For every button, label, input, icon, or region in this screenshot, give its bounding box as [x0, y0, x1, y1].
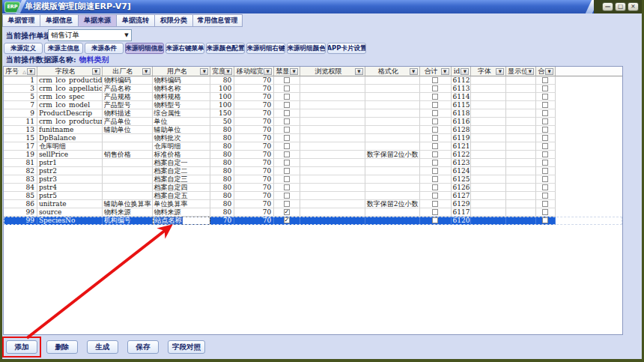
- cell-seq[interactable]: 83: [4, 175, 37, 184]
- checkbox-unchecked[interactable]: [284, 110, 290, 116]
- cell-factory[interactable]: [103, 142, 153, 151]
- cell-perm[interactable]: [300, 151, 365, 159]
- filter-icon[interactable]: ▼: [355, 68, 363, 75]
- checkbox-unchecked[interactable]: [284, 151, 290, 157]
- cell-mwidth[interactable]: 70: [234, 101, 274, 109]
- checkbox-unchecked[interactable]: [432, 94, 438, 100]
- cell-user[interactable]: 物料批次: [153, 134, 211, 142]
- cell-field[interactable]: crm_lco_productid: [37, 76, 103, 85]
- filter-icon[interactable]: ▼: [142, 68, 151, 75]
- checkbox-unchecked[interactable]: [284, 127, 290, 133]
- checkbox-unchecked[interactable]: [284, 85, 290, 91]
- checkbox-unchecked[interactable]: [432, 85, 438, 91]
- cell-hide[interactable]: [274, 85, 300, 93]
- cell-mwidth[interactable]: 70: [234, 109, 274, 118]
- cell-factory[interactable]: [103, 159, 153, 167]
- cell-user[interactable]: 单位换算率: [153, 200, 211, 208]
- cell-merge[interactable]: [536, 93, 556, 101]
- cell-factory[interactable]: 产品规格: [103, 93, 153, 101]
- cell-width[interactable]: 80: [210, 184, 234, 192]
- cell-perm[interactable]: [300, 109, 365, 118]
- cell-mwidth[interactable]: 70: [234, 76, 274, 85]
- cell-pos[interactable]: [506, 126, 536, 134]
- column-header-hide[interactable]: 禁显▼: [274, 67, 300, 76]
- cell-user[interactable]: 档案自定三: [153, 175, 211, 184]
- cell-merge[interactable]: [536, 159, 556, 167]
- cell-sum[interactable]: [420, 85, 452, 93]
- cell-hide[interactable]: [274, 184, 300, 192]
- btn-source-main-info[interactable]: 来源主信息: [44, 43, 83, 54]
- cell-width[interactable]: 80: [210, 134, 234, 142]
- cell-format[interactable]: [365, 192, 420, 200]
- cell-mwidth[interactable]: 70: [234, 134, 274, 142]
- column-header-width[interactable]: 宽度▼: [210, 67, 234, 76]
- checkbox-unchecked[interactable]: [542, 217, 548, 223]
- table-row[interactable]: 17仓库明细仓库明细80706121: [4, 142, 622, 151]
- cell-hide[interactable]: [274, 192, 300, 200]
- cell-factory[interactable]: 产品名称: [103, 85, 153, 93]
- cell-field[interactable]: pstr5: [37, 192, 103, 200]
- cell-factory[interactable]: 辅助单位换算率: [103, 200, 153, 208]
- cell-pos[interactable]: [506, 217, 536, 225]
- checkbox-unchecked[interactable]: [542, 94, 548, 100]
- cell-pos[interactable]: [506, 118, 536, 126]
- cell-font[interactable]: [471, 208, 506, 217]
- cell-field[interactable]: crm_lco_spec: [37, 93, 103, 101]
- cell-hide[interactable]: [274, 126, 300, 134]
- cell-width[interactable]: 50: [210, 118, 234, 126]
- cell-pos[interactable]: [506, 184, 536, 192]
- cell-font[interactable]: [471, 93, 506, 101]
- btn-app-card-settings[interactable]: APP卡片设置: [327, 43, 366, 54]
- checkbox-unchecked[interactable]: [432, 118, 438, 124]
- table-row[interactable]: 3crm_lco_appellation产品名称物料名称100706113: [4, 85, 622, 93]
- cell-sum[interactable]: [420, 101, 452, 109]
- btn-source-detail-info[interactable]: 来源明细信息: [125, 43, 164, 54]
- cell-user[interactable]: 物料型号: [153, 101, 211, 109]
- checkbox-unchecked[interactable]: [284, 176, 290, 182]
- checkbox-unchecked[interactable]: [542, 85, 548, 91]
- cell-sum[interactable]: [420, 126, 452, 134]
- checkbox-unchecked[interactable]: [432, 151, 438, 157]
- cell-width[interactable]: 80: [210, 167, 234, 175]
- cell-format[interactable]: [365, 109, 420, 118]
- checkbox-unchecked[interactable]: [432, 184, 438, 190]
- cell-hide[interactable]: [274, 134, 300, 142]
- cell-hide[interactable]: [274, 109, 300, 118]
- cell-format[interactable]: [365, 126, 420, 134]
- tab-bill-source[interactable]: 单据来源: [79, 14, 117, 27]
- btn-source-define[interactable]: 来源定义: [4, 43, 43, 54]
- table-row[interactable]: 99SpeciesNo机构编号站点名称7070✓6120: [4, 217, 622, 225]
- cell-merge[interactable]: [536, 217, 556, 225]
- cell-font[interactable]: [471, 85, 506, 93]
- table-row[interactable]: 5crm_lco_spec产品规格物料规格100706114: [4, 93, 622, 101]
- cell-font[interactable]: [471, 200, 506, 208]
- checkbox-unchecked[interactable]: [284, 143, 290, 149]
- table-row[interactable]: 86unitrate辅助单位换算率单位换算率8070数字保留2位小数6129: [4, 200, 622, 208]
- cell-width[interactable]: 100: [210, 101, 234, 109]
- btn-source-detail-color[interactable]: 来源明细颜色: [287, 43, 326, 54]
- cell-width[interactable]: 100: [210, 93, 234, 101]
- cell-pos[interactable]: [506, 142, 536, 151]
- cell-factory[interactable]: [103, 175, 153, 184]
- btn-source-detail-right-menu[interactable]: 来源明细右键: [246, 43, 285, 54]
- cell-sum[interactable]: [420, 200, 452, 208]
- checkbox-unchecked[interactable]: [432, 127, 438, 133]
- column-header-field[interactable]: 字段名▼: [37, 67, 103, 76]
- cell-factory[interactable]: [103, 134, 153, 142]
- checkbox-unchecked[interactable]: [542, 176, 548, 182]
- cell-seq[interactable]: 81: [4, 159, 37, 167]
- filter-icon[interactable]: ▼: [496, 68, 504, 75]
- cell-sum[interactable]: [420, 217, 452, 225]
- cell-id[interactable]: 6127: [452, 192, 472, 200]
- cell-id[interactable]: 6121: [452, 142, 472, 151]
- cell-merge[interactable]: [536, 101, 556, 109]
- cell-font[interactable]: [471, 192, 506, 200]
- cell-hide[interactable]: [274, 101, 300, 109]
- cell-pos[interactable]: [506, 109, 536, 118]
- cell-perm[interactable]: [300, 142, 365, 151]
- cell-seq[interactable]: 1: [4, 76, 37, 85]
- cell-pos[interactable]: [506, 192, 536, 200]
- cell-field[interactable]: funitname: [37, 126, 103, 134]
- cell-mwidth[interactable]: 70: [234, 93, 274, 101]
- btn-source-condition[interactable]: 来源条件: [85, 43, 124, 54]
